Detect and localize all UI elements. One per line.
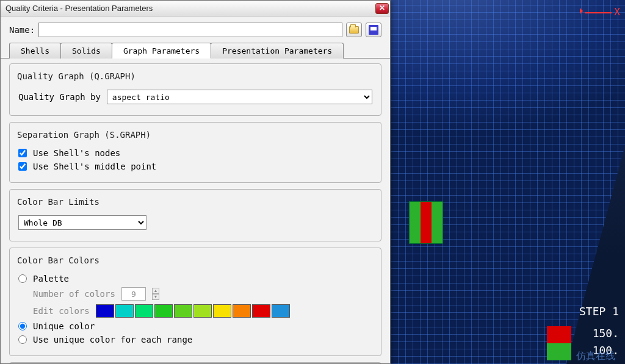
color-swatch-7[interactable]	[233, 304, 251, 318]
use-shells-middle-checkbox[interactable]	[18, 162, 27, 171]
color-swatch-strip[interactable]	[96, 304, 290, 318]
open-button[interactable]	[346, 23, 362, 37]
name-input[interactable]	[38, 23, 342, 37]
num-colors-label: Number of colors	[33, 289, 115, 299]
edit-colors-label: Edit colors	[33, 306, 90, 316]
tab-shells[interactable]: Shells	[9, 43, 61, 59]
palette-label: Palette	[33, 274, 69, 284]
unique-each-range-radio[interactable]	[18, 335, 27, 344]
folder-icon	[349, 26, 359, 34]
group-separation-graph: Separation Graph (S.GRAPH) Use Shell's n…	[9, 122, 381, 183]
legend-swatch-1	[547, 343, 571, 360]
tab-graph-parameters[interactable]: Graph Parameters	[112, 43, 211, 59]
quality-graph-by-label: Quality Graph by	[18, 92, 101, 102]
tab-presentation-parameters[interactable]: Presentation Parameters	[211, 43, 344, 59]
group-title-separation: Separation Graph (S.GRAPH)	[15, 130, 153, 140]
color-swatch-2[interactable]	[135, 304, 153, 318]
tab-content: Quality Graph (Q.GRAPH) Quality Graph by…	[1, 59, 390, 363]
dialog-title: Quality Criteria - Presentation Paramete…	[5, 4, 375, 13]
group-color-bar-limits: Color Bar Limits Whole DB	[9, 189, 381, 241]
legend-swatch-0	[547, 326, 571, 343]
axis-x-label: X	[585, 6, 620, 18]
color-swatch-0[interactable]	[96, 304, 114, 318]
color-swatch-5[interactable]	[193, 304, 212, 318]
viewport-3d[interactable]: X STEP 1 150. 100. 仿真在线	[391, 0, 625, 364]
color-swatch-4[interactable]	[174, 304, 192, 318]
group-title-colors: Color Bar Colors	[15, 255, 102, 265]
color-swatch-1[interactable]	[115, 304, 134, 318]
save-button[interactable]	[366, 23, 381, 37]
floppy-icon	[369, 25, 378, 35]
color-swatch-9[interactable]	[272, 304, 290, 318]
use-shells-nodes-checkbox[interactable]	[18, 149, 27, 157]
color-swatch-8[interactable]	[252, 304, 270, 318]
use-shells-nodes-label: Use Shell's nodes	[33, 148, 120, 158]
tab-bar: Shells Solids Graph Parameters Presentat…	[1, 42, 390, 59]
quality-criteria-dialog: Quality Criteria - Presentation Paramete…	[0, 0, 391, 364]
unique-each-range-label: Use unique color for each range	[33, 335, 192, 344]
step-indicator: STEP 1	[579, 305, 619, 318]
close-button[interactable]: ✕	[375, 3, 389, 14]
color-swatch-6[interactable]	[213, 304, 231, 318]
watermark-cn: 仿真在线	[576, 350, 615, 363]
titlebar[interactable]: Quality Criteria - Presentation Paramete…	[1, 1, 390, 16]
color-swatch-3[interactable]	[154, 304, 173, 318]
num-colors-spinner[interactable]	[121, 287, 146, 301]
group-color-bar-options: Color Bar Options Show draw mode label	[9, 362, 381, 363]
legend-value-0: 150.	[593, 327, 619, 340]
highlighted-elements	[409, 201, 443, 244]
name-label: Name:	[9, 25, 35, 35]
unique-color-radio[interactable]	[18, 322, 27, 330]
color-bar-limits-select[interactable]: Whole DB	[18, 215, 146, 230]
palette-radio[interactable]	[18, 274, 27, 283]
quality-graph-by-select[interactable]: aspect ratio	[107, 90, 372, 104]
group-title-quality: Quality Graph (Q.GRAPH)	[15, 71, 138, 81]
group-title-limits: Color Bar Limits	[15, 197, 102, 207]
use-shells-middle-label: Use Shell's middle point	[33, 162, 156, 171]
unique-color-label: Unique color	[33, 321, 95, 331]
tab-solids[interactable]: Solids	[60, 43, 112, 59]
spinner-buttons[interactable]: ▲▼	[152, 288, 159, 300]
group-color-bar-colors: Color Bar Colors Palette Number of color…	[9, 248, 381, 356]
group-quality-graph: Quality Graph (Q.GRAPH) Quality Graph by…	[9, 63, 381, 116]
